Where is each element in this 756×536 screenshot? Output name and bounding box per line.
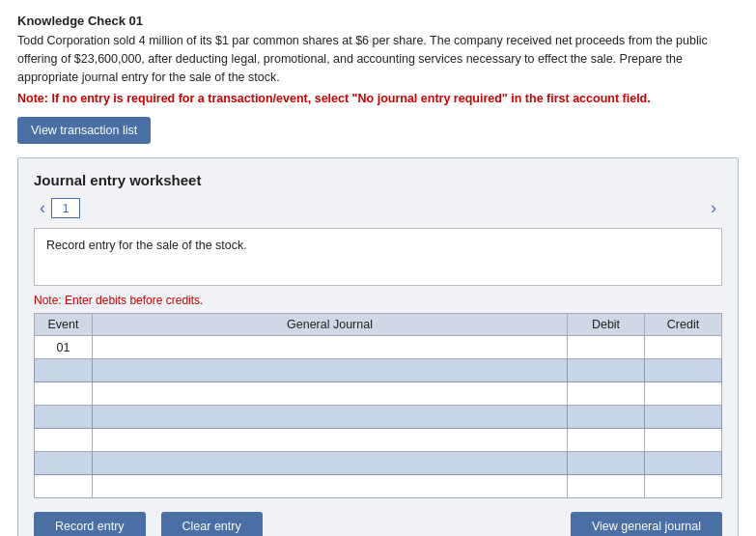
table-row xyxy=(35,475,722,498)
input-debit-3[interactable] xyxy=(568,406,644,428)
cell-event-0: 01 xyxy=(35,336,93,359)
input-credit-1[interactable] xyxy=(645,359,721,381)
input-journal-1[interactable] xyxy=(93,359,567,381)
cell-event-6 xyxy=(35,475,93,498)
prev-arrow-icon[interactable]: ‹ xyxy=(34,198,51,218)
note-debits: Note: Enter debits before credits. xyxy=(34,294,722,307)
cell-debit-6[interactable] xyxy=(568,475,645,498)
cell-event-1 xyxy=(35,359,93,382)
view-general-journal-button[interactable]: View general journal xyxy=(571,512,722,536)
input-debit-4[interactable] xyxy=(568,429,644,451)
record-entry-button[interactable]: Record entry xyxy=(34,512,146,536)
journal-table: Event General Journal Debit Credit 01 xyxy=(34,313,722,498)
cell-journal-0[interactable] xyxy=(93,336,568,359)
input-credit-4[interactable] xyxy=(645,429,721,451)
page-description: Todd Corporation sold 4 million of its $… xyxy=(17,32,739,86)
cell-journal-2[interactable] xyxy=(93,382,568,406)
input-journal-6[interactable] xyxy=(93,475,567,497)
table-row xyxy=(35,452,722,475)
input-credit-5[interactable] xyxy=(645,452,721,474)
clear-entry-button[interactable]: Clear entry xyxy=(161,512,263,536)
tab-navigation: ‹ 1 › xyxy=(34,198,722,218)
input-credit-2[interactable] xyxy=(645,382,721,405)
input-journal-3[interactable] xyxy=(93,406,567,428)
input-debit-2[interactable] xyxy=(568,382,644,405)
table-row xyxy=(35,406,722,429)
cell-credit-0[interactable] xyxy=(645,336,722,359)
table-row: 01 xyxy=(35,336,722,359)
cell-debit-5[interactable] xyxy=(568,452,645,475)
cell-credit-1[interactable] xyxy=(645,359,722,382)
input-debit-1[interactable] xyxy=(568,359,644,381)
col-header-event: Event xyxy=(35,314,93,336)
cell-journal-4[interactable] xyxy=(93,429,568,452)
entry-description-text: Record entry for the sale of the stock. xyxy=(46,239,247,252)
input-journal-0[interactable] xyxy=(93,336,567,358)
worksheet-title: Journal entry worksheet xyxy=(34,172,722,188)
worksheet-container: Journal entry worksheet ‹ 1 › Record ent… xyxy=(17,157,739,536)
cell-credit-4[interactable] xyxy=(645,429,722,452)
input-journal-2[interactable] xyxy=(93,382,567,405)
input-credit-0[interactable] xyxy=(645,336,721,358)
next-arrow-icon[interactable]: › xyxy=(705,198,722,218)
cell-debit-2[interactable] xyxy=(568,382,645,406)
cell-event-5 xyxy=(35,452,93,475)
cell-journal-3[interactable] xyxy=(93,406,568,429)
cell-journal-6[interactable] xyxy=(93,475,568,498)
input-debit-6[interactable] xyxy=(568,475,644,497)
table-row xyxy=(35,382,722,406)
view-transaction-button[interactable]: View transaction list xyxy=(17,117,151,144)
cell-credit-3[interactable] xyxy=(645,406,722,429)
col-header-credit: Credit xyxy=(645,314,722,336)
col-header-debit: Debit xyxy=(568,314,645,336)
page-title: Knowledge Check 01 xyxy=(17,14,739,28)
input-journal-5[interactable] xyxy=(93,452,567,474)
cell-credit-5[interactable] xyxy=(645,452,722,475)
tab-1[interactable]: 1 xyxy=(51,198,80,218)
cell-debit-0[interactable] xyxy=(568,336,645,359)
input-debit-0[interactable] xyxy=(568,336,644,358)
input-credit-6[interactable] xyxy=(645,475,721,497)
cell-event-3 xyxy=(35,406,93,429)
page-note: Note: If no entry is required for a tran… xyxy=(17,92,739,105)
cell-debit-3[interactable] xyxy=(568,406,645,429)
cell-journal-5[interactable] xyxy=(93,452,568,475)
button-row: Record entry Clear entry View general jo… xyxy=(34,512,722,536)
input-debit-5[interactable] xyxy=(568,452,644,474)
input-credit-3[interactable] xyxy=(645,406,721,428)
entry-description-box: Record entry for the sale of the stock. xyxy=(34,228,722,286)
cell-credit-2[interactable] xyxy=(645,382,722,406)
cell-journal-1[interactable] xyxy=(93,359,568,382)
cell-debit-1[interactable] xyxy=(568,359,645,382)
cell-event-2 xyxy=(35,382,93,406)
cell-debit-4[interactable] xyxy=(568,429,645,452)
table-row xyxy=(35,359,722,382)
table-row xyxy=(35,429,722,452)
col-header-journal: General Journal xyxy=(93,314,568,336)
cell-event-4 xyxy=(35,429,93,452)
cell-credit-6[interactable] xyxy=(645,475,722,498)
input-journal-4[interactable] xyxy=(93,429,567,451)
